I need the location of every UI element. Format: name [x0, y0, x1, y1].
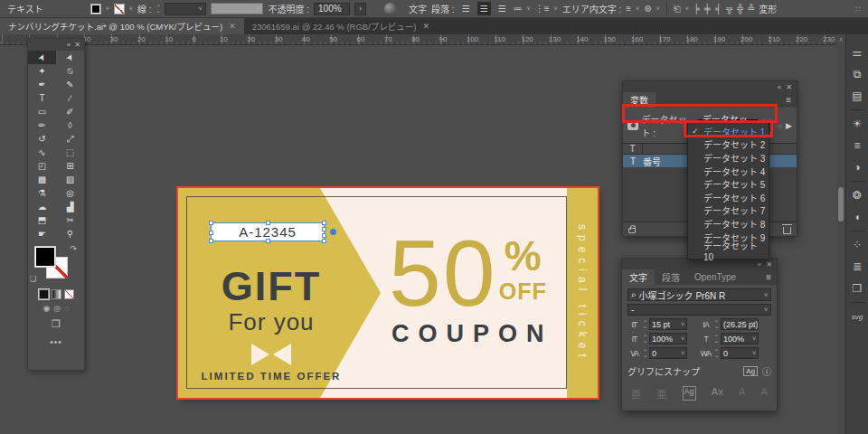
- line-segment-tool[interactable]: ∕: [56, 91, 84, 105]
- selection-handle[interactable]: [322, 227, 326, 231]
- kerning-field[interactable]: 0˅: [649, 347, 687, 359]
- glyph-badge-icon[interactable]: Ag: [743, 366, 758, 376]
- panel-menu-icon[interactable]: ≡: [780, 92, 797, 108]
- width-profile-dropdown[interactable]: ˅: [211, 3, 263, 14]
- close-tab-icon[interactable]: ✕: [422, 22, 429, 31]
- symbol-sprayer-tool[interactable]: ☁: [28, 200, 56, 213]
- tab-23061659[interactable]: 23061659.ai @ 22.46 % (RGB/プレビュー) ✕: [244, 18, 438, 34]
- dataset-option[interactable]: データセット 10: [688, 243, 769, 257]
- align-v-center-icon[interactable]: ╬: [737, 4, 743, 14]
- mesh-tool[interactable]: ⊞: [56, 159, 84, 173]
- dataset-option[interactable]: データセット 4: [688, 165, 769, 178]
- swatches-panel-icon[interactable]: ❂: [846, 184, 868, 206]
- selection-handle[interactable]: [209, 221, 213, 225]
- text-out-port-dot[interactable]: [330, 229, 336, 235]
- tab-opentype[interactable]: OpenType: [687, 269, 743, 285]
- artboards-panel-icon[interactable]: ▤: [846, 85, 868, 107]
- graph-tool[interactable]: ▟: [56, 200, 84, 213]
- selection-handle[interactable]: [209, 231, 213, 235]
- eyedropper-tool[interactable]: ⚗: [28, 186, 56, 200]
- tab-paragraph[interactable]: 段落: [655, 269, 687, 285]
- selection-handle[interactable]: [266, 239, 270, 243]
- dataset-option[interactable]: データセット 8: [688, 217, 769, 231]
- vertical-scale-field[interactable]: 100%˅: [649, 333, 687, 344]
- zoom-tool[interactable]: ⚲: [56, 227, 84, 241]
- kerning-stepper[interactable]: ⌃⌄: [643, 350, 647, 357]
- transform-panel-icon[interactable]: ⁘: [846, 234, 868, 256]
- glyph-option-icon[interactable]: A: [761, 386, 768, 401]
- perspective-grid-tool[interactable]: ◰: [28, 159, 56, 173]
- eraser-tool[interactable]: ◊: [56, 118, 84, 132]
- pen-tool[interactable]: ✒: [28, 78, 56, 91]
- gradient-panel-icon[interactable]: ◑: [846, 156, 868, 178]
- font-size-field[interactable]: 15 pt˅: [649, 318, 687, 330]
- align-v-bottom-icon[interactable]: ╩: [748, 4, 754, 14]
- selection-handle[interactable]: [266, 221, 270, 225]
- character-link-label[interactable]: 文字: [409, 2, 427, 15]
- coupon-artboard[interactable]: special ticket GIFT For you LIMITED TIME…: [178, 188, 598, 398]
- collapse-icon[interactable]: «: [778, 83, 781, 91]
- blend-tool[interactable]: ◎: [56, 186, 84, 200]
- fill-chevron-icon[interactable]: ˅: [106, 5, 109, 12]
- align-left-button[interactable]: ☰: [459, 2, 473, 15]
- paragraph-link-label[interactable]: 段落 :: [431, 2, 455, 15]
- panel-menu-icon[interactable]: ≡: [760, 269, 777, 285]
- artboard-tool[interactable]: ⬒: [28, 213, 56, 227]
- shaper-tool[interactable]: ✏: [28, 118, 56, 132]
- free-transform-tool[interactable]: ⬚: [56, 146, 84, 159]
- selection-handle[interactable]: [209, 239, 213, 243]
- color-button[interactable]: [39, 289, 49, 299]
- transform-label[interactable]: 変形: [759, 2, 777, 15]
- svg-interactivity-panel-icon[interactable]: svg: [846, 306, 868, 327]
- leading-field[interactable]: (26.25 pt)˅: [721, 318, 759, 330]
- close-icon[interactable]: ✕: [74, 41, 80, 49]
- vertical-scrollbar[interactable]: ∧: [836, 34, 845, 434]
- glyph-option-icon[interactable]: Ag: [683, 386, 696, 401]
- recolor-artwork-icon[interactable]: [384, 3, 396, 14]
- close-icon[interactable]: ✕: [786, 83, 792, 91]
- previous-dataset-icon[interactable]: ◀: [776, 121, 782, 130]
- lasso-tool[interactable]: ⍉: [56, 64, 84, 78]
- capture-dataset-icon[interactable]: [627, 121, 638, 130]
- draw-behind-icon[interactable]: ◎: [53, 304, 61, 313]
- opacity-more-button[interactable]: ›: [354, 3, 366, 15]
- scale-tool[interactable]: ⤢: [56, 132, 84, 146]
- tab-variables[interactable]: 変数: [623, 92, 656, 108]
- dataset-option[interactable]: データセット 7: [688, 204, 769, 218]
- magic-wand-tool[interactable]: ✦: [28, 64, 56, 78]
- dataset-option[interactable]: データセット 6: [688, 191, 769, 204]
- align-center-button[interactable]: ☰: [477, 2, 491, 15]
- stroke-chevron-icon[interactable]: ˅: [129, 5, 133, 12]
- rectangle-tool[interactable]: ▭: [28, 105, 56, 118]
- area-type-options-icon[interactable]: ≡: [626, 4, 631, 14]
- shape-builder-tool[interactable]: ▩: [28, 173, 56, 186]
- screen-mode-icon[interactable]: ❐: [28, 318, 84, 330]
- next-dataset-icon[interactable]: ▶: [786, 121, 792, 130]
- stroke-weight-stepper[interactable]: ⌃⌄: [156, 5, 160, 13]
- style-wheel-icon[interactable]: ⊛: [644, 4, 651, 14]
- glyph-option-icon[interactable]: Ax: [712, 386, 723, 401]
- draw-inside-icon[interactable]: ◌: [64, 304, 69, 313]
- selection-tool[interactable]: ➤: [28, 51, 56, 64]
- glyph-option-icon[interactable]: 亜: [656, 386, 666, 401]
- edit-toolbar-icon[interactable]: •••: [28, 337, 84, 347]
- fill-color-indicator[interactable]: [34, 246, 56, 268]
- panel-options-icon[interactable]: ∷: [855, 5, 861, 14]
- font-size-stepper[interactable]: ⌃⌄: [643, 321, 647, 328]
- glyph-option-icon[interactable]: A: [739, 386, 745, 401]
- leading-stepper[interactable]: ⌃⌄: [714, 321, 719, 328]
- delete-variable-icon[interactable]: [783, 227, 791, 234]
- hand-tool[interactable]: ☛: [28, 227, 56, 241]
- align-v-top-icon[interactable]: ╦: [726, 4, 732, 14]
- horizontal-scale-field[interactable]: 100%˅: [721, 333, 759, 344]
- tab-character[interactable]: 文字: [622, 269, 655, 285]
- opacity-field[interactable]: 100%: [314, 3, 350, 15]
- curvature-tool[interactable]: ✎: [56, 78, 84, 91]
- properties-panel-icon[interactable]: ⚌: [846, 42, 868, 63]
- area-type-label[interactable]: エリア内文字 :: [562, 2, 622, 15]
- collapse-icon[interactable]: «: [67, 41, 71, 49]
- color-panel-icon[interactable]: ☀: [846, 113, 868, 135]
- selection-handle[interactable]: [322, 239, 326, 243]
- align-h-center-icon[interactable]: ╪: [704, 4, 711, 14]
- draw-normal-icon[interactable]: ◉: [42, 304, 50, 313]
